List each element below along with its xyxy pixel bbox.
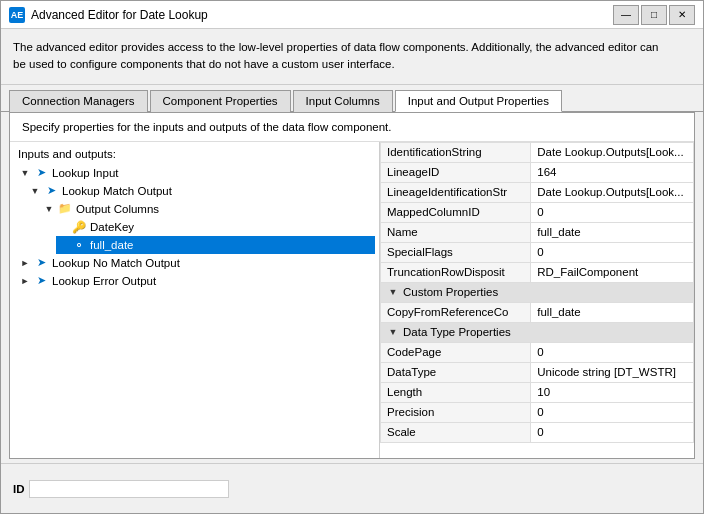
prop-row-identification-string: IdentificationString Date Lookup.Outputs… bbox=[381, 142, 694, 162]
prop-name-lineage-id-str: LineageIdentificationStr bbox=[381, 182, 531, 202]
tab-component-properties[interactable]: Component Properties bbox=[150, 90, 291, 112]
tree-label-output-columns: Output Columns bbox=[76, 203, 159, 215]
title-bar: AE Advanced Editor for Date Lookup — □ ✕ bbox=[1, 1, 703, 29]
id-input[interactable] bbox=[29, 480, 229, 498]
prop-row-name: Name full_date bbox=[381, 222, 694, 242]
collapse-custom-icon[interactable]: ▼ bbox=[387, 286, 399, 298]
tab-connection-managers[interactable]: Connection Managers bbox=[9, 90, 148, 112]
description-line2: be used to configure components that do … bbox=[13, 58, 395, 70]
prop-name-datatype: DataType bbox=[381, 362, 531, 382]
tree-item-lookup-input[interactable]: ▼ ➤ Lookup Input bbox=[18, 164, 375, 182]
tree-label-datekey: DateKey bbox=[90, 221, 134, 233]
prop-row-special-flags: SpecialFlags 0 bbox=[381, 242, 694, 262]
window-title: Advanced Editor for Date Lookup bbox=[31, 8, 613, 22]
prop-value-codepage[interactable]: 0 bbox=[531, 342, 694, 362]
prop-row-truncation: TruncationRowDisposit RD_FailComponent bbox=[381, 262, 694, 282]
tab-input-columns[interactable]: Input Columns bbox=[293, 90, 393, 112]
prop-value-datatype[interactable]: Unicode string [DT_WSTR] bbox=[531, 362, 694, 382]
prop-row-scale: Scale 0 bbox=[381, 422, 694, 442]
prop-value-truncation[interactable]: RD_FailComponent bbox=[531, 262, 694, 282]
arrow-icon-no-match: ➤ bbox=[33, 255, 49, 271]
expander-output-columns: ▼ bbox=[42, 202, 56, 216]
prop-name-length: Length bbox=[381, 382, 531, 402]
prop-value-lineage-id[interactable]: 164 bbox=[531, 162, 694, 182]
arrow-icon-lookup-match: ➤ bbox=[43, 183, 59, 199]
prop-name-codepage: CodePage bbox=[381, 342, 531, 362]
section-data-type-header: ▼ Data Type Properties bbox=[387, 326, 687, 338]
tree-item-datekey[interactable]: 🔑 DateKey bbox=[56, 218, 375, 236]
tabs-bar: Connection Managers Component Properties… bbox=[1, 85, 703, 112]
tree-item-error-output[interactable]: ► ➤ Lookup Error Output bbox=[18, 272, 375, 290]
minimize-button[interactable]: — bbox=[613, 5, 639, 25]
folder-icon-output-columns: 📁 bbox=[57, 201, 73, 217]
bottom-input-row: ID bbox=[9, 480, 695, 498]
prop-value-identification-string[interactable]: Date Lookup.Outputs[Look... bbox=[531, 142, 694, 162]
tree-label-lookup-input: Lookup Input bbox=[52, 167, 119, 179]
section-custom-header: ▼ Custom Properties bbox=[387, 286, 687, 298]
tree-item-full-date[interactable]: ⚬ full_date bbox=[56, 236, 375, 254]
expander-lookup-input: ▼ bbox=[18, 166, 32, 180]
prop-value-special-flags[interactable]: 0 bbox=[531, 242, 694, 262]
prop-name-identification-string: IdentificationString bbox=[381, 142, 531, 162]
prop-row-codepage: CodePage 0 bbox=[381, 342, 694, 362]
key-icon-datekey: 🔑 bbox=[71, 219, 87, 235]
section-data-type-label: Data Type Properties bbox=[403, 326, 511, 338]
prop-value-name[interactable]: full_date bbox=[531, 222, 694, 242]
prop-name-truncation: TruncationRowDisposit bbox=[381, 262, 531, 282]
expander-error-output: ► bbox=[18, 274, 32, 288]
id-label: ID bbox=[9, 483, 29, 495]
prop-name-scale: Scale bbox=[381, 422, 531, 442]
tree-section-label: Inputs and outputs: bbox=[14, 146, 375, 164]
properties-table: IdentificationString Date Lookup.Outputs… bbox=[380, 142, 694, 443]
tree-label-no-match: Lookup No Match Output bbox=[52, 257, 180, 269]
prop-row-precision: Precision 0 bbox=[381, 402, 694, 422]
prop-value-lineage-id-str[interactable]: Date Lookup.Outputs[Look... bbox=[531, 182, 694, 202]
tree-label-error-output: Lookup Error Output bbox=[52, 275, 156, 287]
prop-name-mapped-col: MappedColumnID bbox=[381, 202, 531, 222]
content-description: Specify properties for the inputs and ou… bbox=[10, 113, 694, 142]
prop-name-copy-from-ref: CopyFromReferenceCo bbox=[381, 302, 531, 322]
bottom-bar: ID bbox=[1, 463, 703, 513]
prop-value-scale[interactable]: 0 bbox=[531, 422, 694, 442]
tree-label-full-date: full_date bbox=[90, 239, 133, 251]
prop-row-mapped-col: MappedColumnID 0 bbox=[381, 202, 694, 222]
window-controls: — □ ✕ bbox=[613, 5, 695, 25]
close-button[interactable]: ✕ bbox=[669, 5, 695, 25]
section-custom-properties: ▼ Custom Properties bbox=[381, 282, 694, 302]
tab-input-output-properties[interactable]: Input and Output Properties bbox=[395, 90, 562, 112]
expander-no-match: ► bbox=[18, 256, 32, 270]
arrow-icon-error-output: ➤ bbox=[33, 273, 49, 289]
left-pane: Inputs and outputs: ▼ ➤ Lookup Input ▼ ➤… bbox=[10, 142, 380, 459]
description-area: The advanced editor provides access to t… bbox=[1, 29, 703, 85]
expander-full-date bbox=[56, 238, 70, 252]
expander-lookup-match: ▼ bbox=[28, 184, 42, 198]
main-window: AE Advanced Editor for Date Lookup — □ ✕… bbox=[0, 0, 704, 514]
split-pane: Inputs and outputs: ▼ ➤ Lookup Input ▼ ➤… bbox=[10, 142, 694, 459]
prop-row-length: Length 10 bbox=[381, 382, 694, 402]
prop-value-length[interactable]: 10 bbox=[531, 382, 694, 402]
prop-value-precision[interactable]: 0 bbox=[531, 402, 694, 422]
prop-row-lineage-id-str: LineageIdentificationStr Date Lookup.Out… bbox=[381, 182, 694, 202]
tree-item-output-columns[interactable]: ▼ 📁 Output Columns bbox=[42, 200, 375, 218]
prop-value-copy-from-ref[interactable]: full_date bbox=[531, 302, 694, 322]
tree-label-lookup-match: Lookup Match Output bbox=[62, 185, 172, 197]
prop-value-mapped-col[interactable]: 0 bbox=[531, 202, 694, 222]
prop-name-special-flags: SpecialFlags bbox=[381, 242, 531, 262]
prop-row-datatype: DataType Unicode string [DT_WSTR] bbox=[381, 362, 694, 382]
maximize-button[interactable]: □ bbox=[641, 5, 667, 25]
prop-name-precision: Precision bbox=[381, 402, 531, 422]
section-custom-label: Custom Properties bbox=[403, 286, 498, 298]
description-line1: The advanced editor provides access to t… bbox=[13, 41, 658, 53]
tree-item-no-match[interactable]: ► ➤ Lookup No Match Output bbox=[18, 254, 375, 272]
prop-name-lineage-id: LineageID bbox=[381, 162, 531, 182]
section-data-type: ▼ Data Type Properties bbox=[381, 322, 694, 342]
prop-name-name: Name bbox=[381, 222, 531, 242]
arrow-icon-lookup-input: ➤ bbox=[33, 165, 49, 181]
field-icon-full-date: ⚬ bbox=[71, 237, 87, 253]
tree-item-lookup-match[interactable]: ▼ ➤ Lookup Match Output bbox=[28, 182, 375, 200]
prop-row-copy-from-ref: CopyFromReferenceCo full_date bbox=[381, 302, 694, 322]
content-area: Specify properties for the inputs and ou… bbox=[9, 112, 695, 460]
expander-datekey bbox=[56, 220, 70, 234]
right-pane: IdentificationString Date Lookup.Outputs… bbox=[380, 142, 694, 459]
collapse-datatype-icon[interactable]: ▼ bbox=[387, 326, 399, 338]
